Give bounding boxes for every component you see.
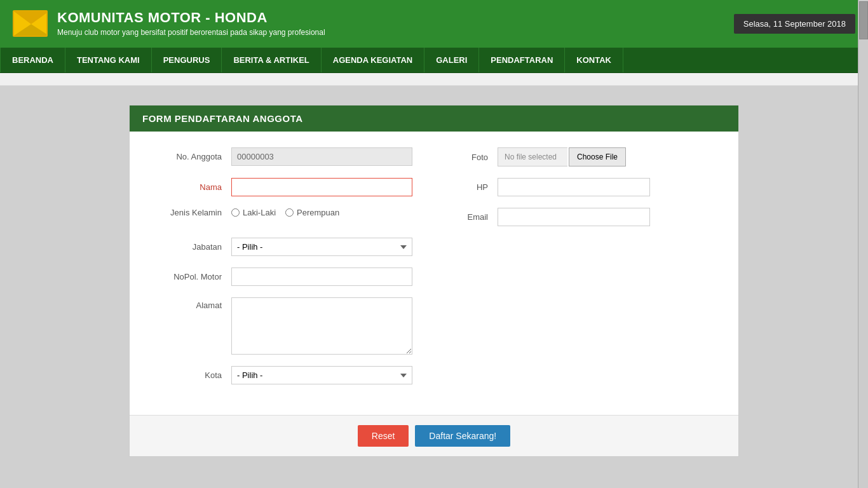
header-date: Selasa, 11 September 2018 — [734, 14, 855, 34]
col-nama: Nama — [149, 178, 421, 196]
hp-input[interactable] — [498, 178, 650, 196]
no-anggota-input[interactable] — [231, 147, 412, 166]
col-hp: HP — [421, 178, 719, 196]
col-no-anggota: No. Anggota — [149, 147, 421, 166]
row-alamat: Alamat — [149, 297, 719, 355]
jabatan-label: Jabatan — [149, 242, 231, 252]
form-footer: Reset Daftar Sekarang! — [130, 415, 738, 456]
site-title: KOMUNITAS MOTOR - HONDA — [57, 10, 325, 26]
row-nopol: NoPol. Motor — [149, 268, 719, 286]
site-title-block: KOMUNITAS MOTOR - HONDA Menuju club moto… — [57, 10, 325, 38]
scrollbar[interactable] — [858, 0, 868, 488]
main-content: FORM PENDAFTARAN ANGGOTA No. Anggota Fot… — [129, 105, 739, 457]
header: KOMUNITAS MOTOR - HONDA Menuju club moto… — [0, 0, 868, 48]
nav-kontak[interactable]: KONTAK — [565, 48, 623, 72]
nav-beranda[interactable]: BERANDA — [0, 48, 65, 72]
col-nopol: NoPol. Motor — [149, 268, 421, 286]
alamat-textarea[interactable] — [231, 297, 412, 355]
col-jenis-kelamin: Jenis Kelamin Laki-Laki Perempuan — [149, 208, 421, 217]
breadcrumb-strip — [0, 73, 868, 86]
email-input[interactable] — [498, 208, 650, 226]
nav-pendaftaran[interactable]: PENDAFTARAN — [479, 48, 565, 72]
file-input-wrapper: No file selected Choose File — [498, 147, 626, 166]
nama-label: Nama — [149, 182, 231, 192]
reset-button[interactable]: Reset — [358, 425, 409, 447]
no-anggota-label: No. Anggota — [149, 152, 231, 161]
form-body: No. Anggota Foto No file selected Choose… — [130, 132, 738, 409]
col-email: Email — [421, 208, 719, 226]
nama-input[interactable] — [231, 178, 412, 196]
row-jenis-kelamin-email: Jenis Kelamin Laki-Laki Perempuan Email — [149, 208, 719, 226]
radio-perempuan-label[interactable]: Perempuan — [285, 208, 339, 217]
col-jabatan: Jabatan - Pilih - — [149, 238, 421, 256]
row-nama-hp: Nama HP — [149, 178, 719, 196]
nav-galeri[interactable]: GALERI — [424, 48, 479, 72]
logo-envelope-icon — [13, 10, 48, 37]
nav-agenda-kegiatan[interactable]: AGENDA KEGIATAN — [322, 48, 424, 72]
radio-perempuan[interactable] — [285, 208, 294, 217]
row-kota: Kota - Pilih - — [149, 366, 719, 384]
laki-laki-text: Laki-Laki — [243, 208, 276, 217]
nav-pengurus[interactable]: PENGURUS — [152, 48, 222, 72]
nav-berita-artikel[interactable]: BERITA & ARTIKEL — [222, 48, 321, 72]
perempuan-text: Perempuan — [297, 208, 339, 217]
hp-label: HP — [447, 182, 498, 192]
nopol-input[interactable] — [231, 268, 412, 286]
email-label: Email — [447, 212, 498, 222]
col-kota: Kota - Pilih - — [149, 366, 421, 384]
kota-select[interactable]: - Pilih - — [231, 366, 412, 384]
col-foto: Foto No file selected Choose File — [421, 147, 719, 166]
file-no-file-label: No file selected — [498, 147, 567, 166]
kota-label: Kota — [149, 370, 231, 380]
site-subtitle: Menuju club motor yang bersifat positif … — [57, 27, 325, 38]
navbar: BERANDA TENTANG KAMI PENGURUS BERITA & A… — [0, 48, 868, 73]
row-jabatan: Jabatan - Pilih - — [149, 238, 719, 256]
jenis-kelamin-label: Jenis Kelamin — [149, 208, 231, 217]
radio-laki-laki-label[interactable]: Laki-Laki — [231, 208, 276, 217]
scrollbar-thumb[interactable] — [859, 1, 868, 39]
alamat-label: Alamat — [149, 301, 231, 310]
nav-tentang-kami[interactable]: TENTANG KAMI — [65, 48, 152, 72]
foto-label: Foto — [447, 152, 498, 162]
file-choose-button[interactable]: Choose File — [569, 147, 626, 166]
col-alamat: Alamat — [149, 297, 421, 355]
nopol-label: NoPol. Motor — [149, 272, 231, 281]
jabatan-select[interactable]: - Pilih - — [231, 238, 412, 256]
radio-group-jenis-kelamin: Laki-Laki Perempuan — [231, 208, 339, 217]
radio-laki-laki[interactable] — [231, 208, 240, 217]
row-no-anggota-foto: No. Anggota Foto No file selected Choose… — [149, 147, 719, 166]
form-header: FORM PENDAFTARAN ANGGOTA — [130, 105, 738, 132]
submit-button[interactable]: Daftar Sekarang! — [415, 425, 510, 447]
